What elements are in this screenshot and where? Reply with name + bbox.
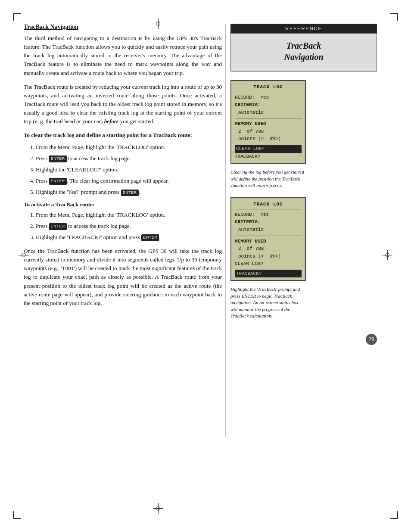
corner-mark-tr	[390, 13, 398, 21]
reference-title: TracBackNavigation	[240, 40, 368, 62]
gps-row-criteria-label: CRITERIA:	[235, 101, 302, 109]
gps-divider-1	[235, 118, 302, 118]
gps-row-memory-val: 2 of 788	[235, 128, 302, 136]
gps-screen2-row-points: points (< 0%>)	[235, 253, 302, 261]
gps-screen-1: TRACK LOG RECORD: Yes CRITERIA: Automati…	[230, 80, 306, 164]
caption-1: Clearing the log before you get started …	[230, 169, 306, 189]
corner-mark-bl	[13, 511, 21, 519]
body-paragraph-1: The third method of navigating to a dest…	[24, 34, 222, 78]
section-title: TracBack Navigation	[24, 24, 222, 31]
activate-instruction-header: To activate a TracBack route:	[24, 201, 222, 208]
before-text: before	[104, 118, 119, 124]
enter-button-5: ENTER	[141, 234, 159, 241]
step-4: 4. Press ENTER. The clear log confirmati…	[30, 177, 222, 185]
column-divider	[225, 24, 226, 437]
step-5: 5. Highlight the 'Yes?' prompt and press…	[30, 188, 222, 196]
page-number-container: 29	[366, 334, 377, 345]
gps-screen2-row-criteria-label: CRITERIA:	[235, 218, 302, 226]
gps-row-record: RECORD: Yes	[235, 94, 302, 102]
enter-button-3: ENTER	[121, 190, 139, 196]
enter-button-1: ENTER	[49, 156, 67, 162]
corner-mark-br	[390, 511, 398, 519]
step-2: 2. Press ENTER to access the track log p…	[30, 154, 222, 163]
activate-steps: 1. From the Menu Page, highlight the 'TR…	[30, 211, 222, 242]
enter-button-2: ENTER	[49, 178, 67, 185]
clear-steps: 1. From the Menu Page, highlight the 'TR…	[30, 143, 222, 197]
gps-screen2-row-memory-label: MEMORY USED	[235, 238, 302, 246]
gps-screen2-row-clearlog: CLEAR LOG?	[235, 260, 302, 268]
page-content: TracBack Navigation The third method of …	[24, 24, 387, 508]
corner-mark-tl	[13, 13, 21, 21]
activate-step-3: 3. Highlight the 'TRACBACK?' option and …	[30, 233, 222, 242]
gps-screen-2-title: TRACK LOG	[235, 201, 302, 209]
caption-2: Highlight the 'TracBack' prompt and pres…	[230, 286, 306, 319]
right-border-line	[388, 24, 388, 508]
clear-instruction-header: To clear the track log and define a star…	[24, 131, 222, 140]
body-paragraph-3: Once the TracBack function has been acti…	[24, 247, 222, 308]
gps-row-criteria-val: Automatic	[235, 109, 302, 117]
gps-screen2-row-tracback-highlight: TRACBACK?	[235, 270, 302, 278]
activate-step-1: 1. From the Menu Page, highlight the 'TR…	[30, 211, 222, 219]
gps-screen-1-title: TRACK LOG	[235, 84, 302, 92]
reference-box: TracBackNavigation	[230, 33, 377, 72]
step-1: 1. From the Menu Page, highlight the 'TR…	[30, 143, 222, 152]
reference-tab: REFERENCE	[230, 24, 377, 33]
body-paragraph-2: The TracBack route is created by reducin…	[24, 83, 222, 126]
gps-screen2-divider	[235, 236, 302, 236]
page-number: 29	[366, 334, 377, 345]
body2-text: The TracBack route is created by reducin…	[24, 84, 222, 125]
gps-row-points: points (< 0%>)	[235, 135, 302, 143]
step-3: 3. Highlight the 'CLEARLOG?' option.	[30, 165, 222, 174]
right-column: REFERENCE TracBackNavigation TRACK LOG R…	[230, 24, 377, 328]
left-column: TracBack Navigation The third method of …	[24, 24, 222, 313]
gps-screen-2: TRACK LOG RECORD: Yes CRITERIA: Automati…	[230, 197, 306, 281]
left-border-line	[23, 24, 23, 508]
gps-row-tracback: TRACBACK?	[235, 153, 302, 161]
enter-button-4: ENTER	[49, 223, 67, 230]
gps-row-memory-label: MEMORY USED	[235, 120, 302, 128]
activate-step-2: 2. Press ENTER to access the track log p…	[30, 222, 222, 230]
gps-row-clearlog-highlight: CLEAR LOG?	[235, 145, 302, 153]
gps-screen2-row-record: RECORD: Yes	[235, 211, 302, 219]
gps-screen2-row-criteria-val: Automatic	[235, 226, 302, 234]
gps-screen2-row-memory-val: 2 of 788	[235, 245, 302, 253]
